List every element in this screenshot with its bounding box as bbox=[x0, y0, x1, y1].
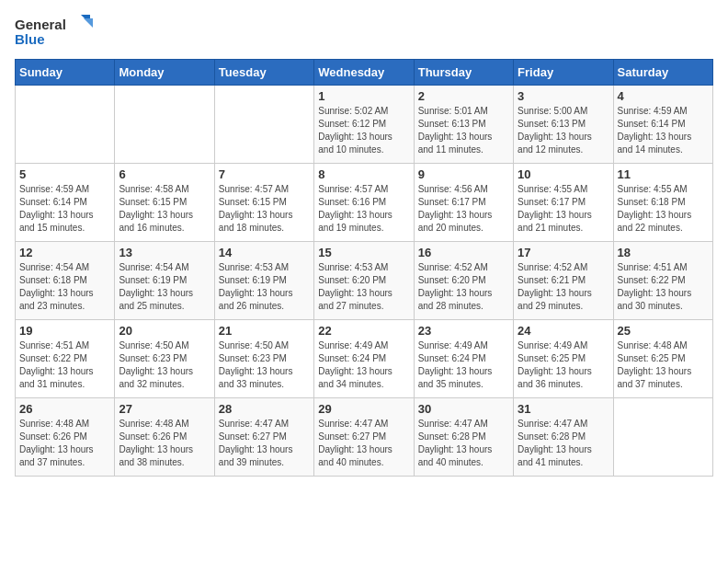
day-info: Sunrise: 5:00 AM Sunset: 6:13 PM Dayligh… bbox=[518, 105, 609, 156]
logo: GeneralBlue bbox=[15, 15, 107, 48]
day-cell-10: 10Sunrise: 4:55 AM Sunset: 6:17 PM Dayli… bbox=[514, 164, 613, 242]
day-info: Sunrise: 4:55 AM Sunset: 6:17 PM Dayligh… bbox=[518, 183, 609, 235]
day-number: 13 bbox=[119, 246, 210, 259]
day-cell-6: 6Sunrise: 4:58 AM Sunset: 6:15 PM Daylig… bbox=[115, 164, 214, 242]
day-number: 1 bbox=[318, 89, 409, 103]
empty-cell bbox=[16, 86, 115, 164]
day-number: 6 bbox=[119, 167, 210, 181]
day-info: Sunrise: 4:51 AM Sunset: 6:22 PM Dayligh… bbox=[19, 339, 110, 391]
day-cell-9: 9Sunrise: 4:56 AM Sunset: 6:17 PM Daylig… bbox=[414, 164, 513, 242]
day-number: 12 bbox=[19, 246, 110, 259]
day-cell-12: 12Sunrise: 4:54 AM Sunset: 6:18 PM Dayli… bbox=[16, 242, 115, 320]
header-saturday: Saturday bbox=[613, 60, 712, 86]
day-info: Sunrise: 4:51 AM Sunset: 6:22 PM Dayligh… bbox=[618, 261, 709, 313]
svg-text:Blue: Blue bbox=[15, 31, 45, 47]
day-info: Sunrise: 4:54 AM Sunset: 6:19 PM Dayligh… bbox=[119, 261, 210, 313]
day-info: Sunrise: 4:59 AM Sunset: 6:14 PM Dayligh… bbox=[19, 183, 110, 235]
day-number: 19 bbox=[19, 324, 110, 338]
day-number: 18 bbox=[618, 246, 709, 259]
week-row-3: 12Sunrise: 4:54 AM Sunset: 6:18 PM Dayli… bbox=[16, 242, 713, 320]
header-monday: Monday bbox=[115, 60, 214, 86]
day-info: Sunrise: 4:47 AM Sunset: 6:28 PM Dayligh… bbox=[418, 418, 509, 469]
day-number: 20 bbox=[119, 324, 210, 338]
day-info: Sunrise: 4:47 AM Sunset: 6:27 PM Dayligh… bbox=[219, 418, 310, 469]
day-cell-17: 17Sunrise: 4:52 AM Sunset: 6:21 PM Dayli… bbox=[514, 242, 613, 320]
day-cell-31: 31Sunrise: 4:47 AM Sunset: 6:28 PM Dayli… bbox=[514, 398, 613, 477]
day-info: Sunrise: 5:01 AM Sunset: 6:13 PM Dayligh… bbox=[418, 105, 509, 156]
day-info: Sunrise: 4:52 AM Sunset: 6:21 PM Dayligh… bbox=[518, 261, 609, 313]
day-cell-13: 13Sunrise: 4:54 AM Sunset: 6:19 PM Dayli… bbox=[115, 242, 214, 320]
day-number: 5 bbox=[19, 167, 110, 181]
day-number: 22 bbox=[318, 324, 409, 338]
week-row-4: 19Sunrise: 4:51 AM Sunset: 6:22 PM Dayli… bbox=[16, 320, 713, 398]
day-cell-14: 14Sunrise: 4:53 AM Sunset: 6:19 PM Dayli… bbox=[214, 242, 313, 320]
day-cell-30: 30Sunrise: 4:47 AM Sunset: 6:28 PM Dayli… bbox=[414, 398, 513, 477]
day-info: Sunrise: 4:47 AM Sunset: 6:28 PM Dayligh… bbox=[518, 418, 609, 469]
day-cell-28: 28Sunrise: 4:47 AM Sunset: 6:27 PM Dayli… bbox=[214, 398, 313, 477]
day-cell-16: 16Sunrise: 4:52 AM Sunset: 6:20 PM Dayli… bbox=[414, 242, 513, 320]
day-number: 4 bbox=[618, 89, 709, 103]
day-cell-21: 21Sunrise: 4:50 AM Sunset: 6:23 PM Dayli… bbox=[214, 320, 313, 398]
header-wednesday: Wednesday bbox=[314, 60, 414, 86]
calendar: SundayMondayTuesdayWednesdayThursdayFrid… bbox=[15, 59, 713, 477]
header: GeneralBlue bbox=[15, 15, 713, 48]
day-info: Sunrise: 4:49 AM Sunset: 6:24 PM Dayligh… bbox=[318, 339, 409, 391]
logo-svg: GeneralBlue bbox=[15, 15, 107, 48]
day-cell-20: 20Sunrise: 4:50 AM Sunset: 6:23 PM Dayli… bbox=[115, 320, 214, 398]
day-info: Sunrise: 4:56 AM Sunset: 6:17 PM Dayligh… bbox=[418, 183, 509, 235]
day-number: 29 bbox=[318, 402, 409, 416]
header-friday: Friday bbox=[514, 60, 613, 86]
header-thursday: Thursday bbox=[414, 60, 513, 86]
day-cell-8: 8Sunrise: 4:57 AM Sunset: 6:16 PM Daylig… bbox=[314, 164, 414, 242]
header-tuesday: Tuesday bbox=[214, 60, 313, 86]
day-cell-19: 19Sunrise: 4:51 AM Sunset: 6:22 PM Dayli… bbox=[16, 320, 115, 398]
day-info: Sunrise: 4:54 AM Sunset: 6:18 PM Dayligh… bbox=[19, 261, 110, 313]
svg-text:General: General bbox=[15, 17, 66, 32]
day-info: Sunrise: 4:53 AM Sunset: 6:20 PM Dayligh… bbox=[318, 261, 409, 313]
day-info: Sunrise: 4:48 AM Sunset: 6:26 PM Dayligh… bbox=[119, 418, 210, 469]
day-info: Sunrise: 4:57 AM Sunset: 6:15 PM Dayligh… bbox=[219, 183, 310, 235]
day-cell-1: 1Sunrise: 5:02 AM Sunset: 6:12 PM Daylig… bbox=[314, 86, 414, 164]
calendar-header-row: SundayMondayTuesdayWednesdayThursdayFrid… bbox=[16, 60, 713, 86]
day-number: 2 bbox=[418, 89, 509, 103]
day-cell-27: 27Sunrise: 4:48 AM Sunset: 6:26 PM Dayli… bbox=[115, 398, 214, 477]
day-info: Sunrise: 4:53 AM Sunset: 6:19 PM Dayligh… bbox=[219, 261, 310, 313]
day-cell-29: 29Sunrise: 4:47 AM Sunset: 6:27 PM Dayli… bbox=[314, 398, 414, 477]
day-cell-3: 3Sunrise: 5:00 AM Sunset: 6:13 PM Daylig… bbox=[514, 86, 613, 164]
day-number: 8 bbox=[318, 167, 409, 181]
empty-cell bbox=[214, 86, 313, 164]
day-info: Sunrise: 4:50 AM Sunset: 6:23 PM Dayligh… bbox=[119, 339, 210, 391]
day-number: 7 bbox=[219, 167, 310, 181]
day-number: 15 bbox=[318, 246, 409, 259]
day-number: 16 bbox=[418, 246, 509, 259]
day-number: 10 bbox=[518, 167, 609, 181]
day-info: Sunrise: 4:49 AM Sunset: 6:25 PM Dayligh… bbox=[518, 339, 609, 391]
header-sunday: Sunday bbox=[16, 60, 115, 86]
day-info: Sunrise: 4:52 AM Sunset: 6:20 PM Dayligh… bbox=[418, 261, 509, 313]
day-cell-18: 18Sunrise: 4:51 AM Sunset: 6:22 PM Dayli… bbox=[613, 242, 712, 320]
day-number: 28 bbox=[219, 402, 310, 416]
svg-marker-3 bbox=[84, 18, 93, 28]
day-number: 30 bbox=[418, 402, 509, 416]
week-row-1: 1Sunrise: 5:02 AM Sunset: 6:12 PM Daylig… bbox=[16, 86, 713, 164]
day-cell-2: 2Sunrise: 5:01 AM Sunset: 6:13 PM Daylig… bbox=[414, 86, 513, 164]
day-info: Sunrise: 4:47 AM Sunset: 6:27 PM Dayligh… bbox=[318, 418, 409, 469]
day-info: Sunrise: 4:50 AM Sunset: 6:23 PM Dayligh… bbox=[219, 339, 310, 391]
day-number: 27 bbox=[119, 402, 210, 416]
day-info: Sunrise: 4:48 AM Sunset: 6:25 PM Dayligh… bbox=[618, 339, 709, 391]
day-info: Sunrise: 4:57 AM Sunset: 6:16 PM Dayligh… bbox=[318, 183, 409, 235]
day-number: 23 bbox=[418, 324, 509, 338]
day-number: 14 bbox=[219, 246, 310, 259]
day-cell-23: 23Sunrise: 4:49 AM Sunset: 6:24 PM Dayli… bbox=[414, 320, 513, 398]
week-row-2: 5Sunrise: 4:59 AM Sunset: 6:14 PM Daylig… bbox=[16, 164, 713, 242]
day-number: 3 bbox=[518, 89, 609, 103]
day-cell-7: 7Sunrise: 4:57 AM Sunset: 6:15 PM Daylig… bbox=[214, 164, 313, 242]
day-info: Sunrise: 5:02 AM Sunset: 6:12 PM Dayligh… bbox=[318, 105, 409, 156]
day-cell-26: 26Sunrise: 4:48 AM Sunset: 6:26 PM Dayli… bbox=[16, 398, 115, 477]
day-number: 9 bbox=[418, 167, 509, 181]
day-info: Sunrise: 4:59 AM Sunset: 6:14 PM Dayligh… bbox=[618, 105, 709, 156]
day-cell-4: 4Sunrise: 4:59 AM Sunset: 6:14 PM Daylig… bbox=[613, 86, 712, 164]
day-number: 31 bbox=[518, 402, 609, 416]
day-cell-25: 25Sunrise: 4:48 AM Sunset: 6:25 PM Dayli… bbox=[613, 320, 712, 398]
day-cell-11: 11Sunrise: 4:55 AM Sunset: 6:18 PM Dayli… bbox=[613, 164, 712, 242]
